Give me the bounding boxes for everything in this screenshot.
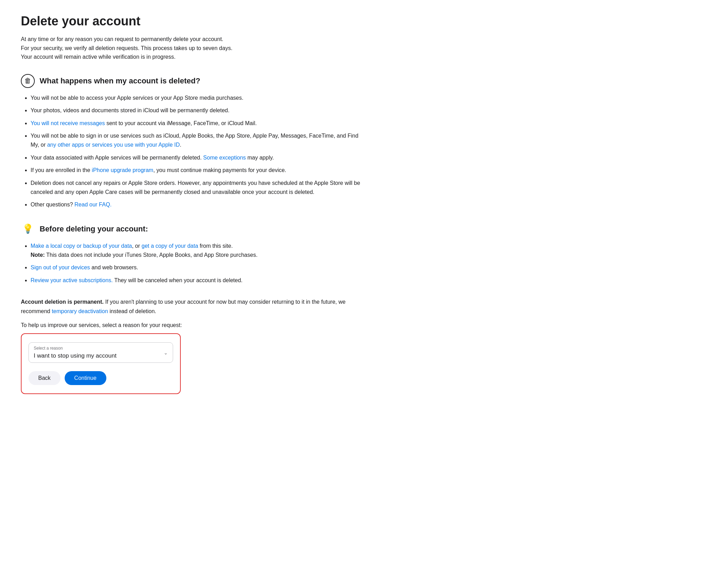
list-item: Review your active subscriptions. They w… <box>31 276 361 285</box>
select-reason-label: To help us improve our services, select … <box>21 322 361 328</box>
what-happens-heading: What happens when my account is deleted? <box>40 76 200 85</box>
subscriptions-link[interactable]: Review your active subscriptions. <box>31 277 113 283</box>
page-title: Delete your account <box>21 14 361 28</box>
button-row: Back Continue <box>29 371 173 385</box>
list-item: Make a local copy or backup of your data… <box>31 242 361 260</box>
what-happens-section: 🗑 What happens when my account is delete… <box>21 74 361 210</box>
reason-select-container[interactable]: Select a reason I want to stop using my … <box>29 342 173 363</box>
temp-deactivation-link[interactable]: temporary deactivation <box>52 308 108 314</box>
list-item: Your photos, videos and documents stored… <box>31 106 361 115</box>
list-item: Other questions? Read our FAQ. <box>31 200 361 209</box>
before-deleting-section: 💡 Before deleting your account: Make a l… <box>21 222 361 285</box>
list-item: You will not be able to access your Appl… <box>31 93 361 103</box>
intro-text: At any time or for any reason you can re… <box>21 35 361 62</box>
before-deleting-list: Make a local copy or backup of your data… <box>21 242 361 285</box>
what-happens-list: You will not be able to access your Appl… <box>21 93 361 210</box>
list-item: You will not receive messages sent to yo… <box>31 119 361 128</box>
reason-select[interactable]: I want to stop using my account Privacy … <box>29 343 173 362</box>
sign-out-link[interactable]: Sign out of your devices <box>31 264 90 270</box>
list-item: Your data associated with Apple services… <box>31 153 361 162</box>
before-deleting-heading: Before deleting your account: <box>40 224 148 234</box>
get-copy-link[interactable]: get a copy of your data <box>141 243 198 249</box>
other-apps-link[interactable]: any other apps or services you use with … <box>47 142 180 148</box>
list-item: If you are enrolled in the iPhone upgrad… <box>31 166 361 175</box>
list-item: Sign out of your devices and web browser… <box>31 263 361 272</box>
iphone-upgrade-link[interactable]: iPhone upgrade program <box>92 167 153 173</box>
back-button[interactable]: Back <box>29 371 60 385</box>
list-item: You will not be able to sign in or use s… <box>31 131 361 150</box>
some-exceptions-link[interactable]: Some exceptions <box>203 155 246 161</box>
continue-button[interactable]: Continue <box>65 371 106 385</box>
local-copy-link[interactable]: Make a local copy or backup of your data <box>31 243 132 249</box>
list-item: Deletion does not cancel any repairs or … <box>31 179 361 197</box>
faq-link[interactable]: Read our FAQ. <box>74 202 112 207</box>
bulb-icon: 💡 <box>21 222 35 236</box>
form-box: Select a reason I want to stop using my … <box>21 333 181 394</box>
messages-link[interactable]: You will not receive messages <box>31 120 105 126</box>
deletion-note: Account deletion is permanent. If you ar… <box>21 297 361 316</box>
trash-icon: 🗑 <box>21 74 35 88</box>
